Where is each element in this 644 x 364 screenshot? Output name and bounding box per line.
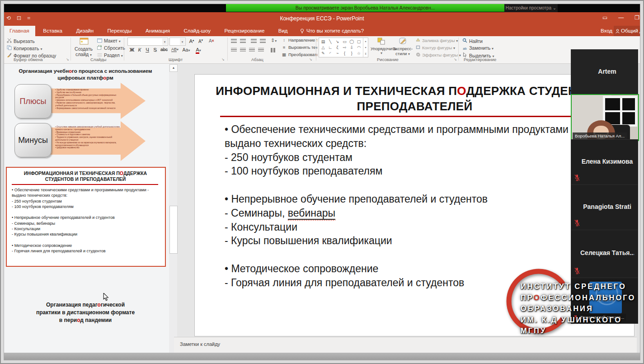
find-button[interactable]: Найти (462, 38, 483, 44)
align-text-button[interactable]: ≡Выровнять текст ▾ (281, 45, 317, 50)
shape-outline-button[interactable]: Контур фигуры ▾ (415, 45, 455, 50)
shape-glyph-icon[interactable]: ⇩ (350, 45, 353, 50)
participant-tile[interactable]: Селецкая Татья... (571, 230, 638, 279)
participant-tile[interactable]: Елена Кизимова (571, 139, 638, 185)
participant-name: Воробьева Наталья Ал... (573, 132, 627, 139)
minimize-button[interactable]: — (618, 14, 624, 21)
shape-glyph-icon[interactable]: ζ (337, 45, 338, 50)
columns-icon[interactable] (271, 48, 276, 52)
replace-button[interactable]: abЗаменить ▾ (462, 45, 494, 51)
clipboard-dialog-launcher-icon[interactable]: ↘ (66, 57, 70, 61)
view-settings-dropdown[interactable]: Настройки просмотра ⌄ (504, 4, 558, 12)
strikethrough-button[interactable]: abc (159, 47, 169, 52)
shape-glyph-icon[interactable]: } (351, 51, 353, 56)
font-group-label: Шрифт (169, 57, 183, 62)
paragraph-dialog-launcher-icon[interactable]: ↘ (309, 57, 313, 61)
bold-button[interactable]: Ж (128, 47, 136, 52)
shape-fill-button[interactable]: Заливка фигуры ▾ (415, 38, 458, 43)
justify-icon[interactable] (258, 48, 264, 52)
tab-review[interactable]: Рецензирование (218, 26, 270, 36)
thumb2-body-line: - Консультации (12, 226, 161, 232)
decrease-indent-icon[interactable] (251, 39, 257, 43)
text-direction-button[interactable]: ↕Направление текста ▾ (281, 38, 317, 43)
grow-font-button[interactable]: А▴ (188, 38, 195, 44)
character-spacing-button[interactable]: АВ▾ (170, 47, 180, 52)
layout-button[interactable]: Макет ▾ (97, 38, 121, 43)
shape-glyph-icon[interactable]: ◯ (349, 39, 354, 44)
notes-pane[interactable]: Заметки к слайду (174, 337, 637, 353)
shape-glyph-icon[interactable]: ▢ (357, 39, 361, 44)
shape-glyph-icon[interactable]: ∟ (328, 45, 332, 50)
replace-icon: ab (462, 47, 468, 51)
underline-button[interactable]: Ч (144, 47, 151, 52)
cut-button[interactable]: Вырезать (6, 38, 35, 44)
participant-tile[interactable]: Panagiota Strati (571, 184, 638, 231)
tab-view[interactable]: Вид (273, 26, 294, 36)
tab-insert[interactable]: Вставка (37, 26, 68, 36)
sign-in-link[interactable]: Вход (601, 26, 612, 36)
window-controls: ▭ — ❐ (602, 14, 639, 21)
align-center-icon[interactable] (240, 48, 246, 52)
font-name-combo[interactable]: ▾ (127, 38, 168, 46)
slides-group-label: Слайды (90, 57, 106, 62)
shape-glyph-icon[interactable]: ↘ (336, 39, 339, 44)
tab-animations[interactable]: Анимация (140, 26, 176, 36)
shape-glyph-icon[interactable]: ▤ (321, 39, 325, 44)
quick-styles-button[interactable]: Экспресс-стили ▾ (392, 37, 413, 56)
reset-button[interactable]: Сбросить (97, 45, 125, 51)
font-size-combo[interactable]: ▾ (169, 38, 186, 46)
shape-glyph-icon[interactable]: ╲ (329, 39, 331, 44)
share-button[interactable]: Общий доступ (614, 26, 640, 36)
thumb2-body-line (12, 237, 161, 243)
font-color-button[interactable]: А▾ (193, 47, 203, 52)
tab-design[interactable]: Дизайн (70, 26, 99, 36)
shrink-font-button[interactable]: А▾ (197, 38, 204, 44)
change-case-button[interactable]: Aa▾ (181, 47, 191, 52)
shape-glyph-icon[interactable]: △ (321, 45, 324, 50)
thumb2-body-line: - 100 ноутбуков преподавателям (12, 204, 161, 209)
participant-tile[interactable]: Artem (571, 49, 638, 95)
shape-glyph-icon[interactable]: ~ (336, 51, 338, 56)
drawing-dialog-launcher-icon[interactable]: ↘ (454, 57, 458, 61)
arrange-button[interactable]: Упорядочить▾ (371, 37, 392, 55)
italic-button[interactable]: К (136, 47, 143, 52)
shape-glyph-icon[interactable]: ✎ (321, 51, 325, 56)
new-slide-button[interactable]: Создатьслайд ▾ (72, 37, 95, 57)
shape-glyph-icon[interactable]: { (344, 51, 345, 56)
muted-mic-icon (574, 174, 580, 181)
shape-glyph-icon[interactable]: ⇨ (343, 45, 347, 50)
bullets-icon[interactable] (231, 39, 237, 43)
line-spacing-icon[interactable]: ⇕▾ (271, 38, 277, 43)
text-shadow-button[interactable]: S (151, 47, 159, 52)
numbering-icon[interactable] (240, 39, 246, 43)
shape-effects-button[interactable]: Эффекты фигуры ▾ (415, 52, 461, 57)
align-right-icon[interactable] (249, 48, 255, 52)
copy-button[interactable]: Копировать ▾ (6, 45, 42, 51)
increase-indent-icon[interactable] (260, 39, 266, 43)
tell-me-box[interactable]: Что вы хотите сделать? (296, 26, 368, 36)
tab-slideshow[interactable]: Слайд-шоу (178, 26, 216, 36)
tab-home[interactable]: Главная (4, 26, 35, 36)
restore-button[interactable]: ❐ (635, 14, 639, 21)
thumb2-body-line: - Семинары, вебинары (12, 221, 161, 226)
slide-title[interactable]: ИНФОРМАЦИОННАЯ И ТЕХНИЧЕСКАЯ ПОДДЕРЖКА С… (203, 83, 626, 114)
convert-smartart-button[interactable]: ▦Преобразовать в SmartArt ▾ (281, 52, 317, 57)
tab-transitions[interactable]: Переходы (102, 26, 138, 36)
thumbnail-scrollbar-thumb[interactable] (169, 206, 178, 254)
shape-glyph-icon[interactable]: ◠ (357, 45, 361, 50)
thumb2-title: ИНФОРМАЦИОННАЯ И ТЕХНИЧЕСКАЯ ПОДДЕРЖКА С… (12, 170, 159, 182)
clear-formatting-button[interactable]: A (208, 38, 215, 44)
layout-icon (97, 38, 103, 43)
participant-tile-active-speaker[interactable]: Воробьева Наталья Ал... (571, 94, 639, 141)
align-left-icon[interactable] (231, 48, 237, 52)
shape-glyph-icon[interactable]: ☆ (357, 51, 361, 56)
font-dialog-launcher-icon[interactable]: ↘ (221, 57, 226, 61)
shape-glyph-icon[interactable]: ◜ (329, 51, 331, 56)
shapes-gallery-scroll[interactable]: ▴▾⊻ (363, 38, 368, 57)
thumbnail-scroll-up-icon[interactable]: ▲ (169, 64, 178, 72)
align-text-icon: ≡ (281, 45, 287, 50)
shape-glyph-icon[interactable]: ▭ (343, 39, 347, 44)
ribbon-options-icon[interactable]: ▭ (602, 14, 607, 21)
shapes-gallery[interactable]: ▤╲↘▭◯▢△∟ζ⇨⇩◠✎◜~{}☆ (319, 38, 368, 57)
thumb2-body-line: - Горячая линия для преподавателей и сту… (12, 248, 161, 254)
